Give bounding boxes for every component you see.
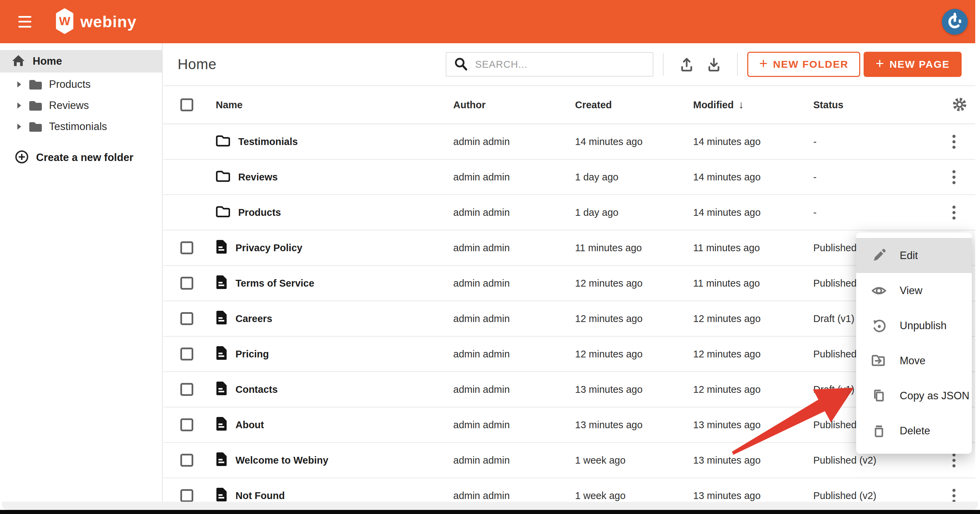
- row-created: 14 minutes ago: [575, 136, 693, 147]
- page-icon: [216, 345, 227, 363]
- folder-filled-icon: [28, 78, 43, 91]
- hamburger-menu-button[interactable]: [18, 16, 32, 27]
- column-header-created[interactable]: Created: [575, 99, 693, 111]
- menu-item-label: View: [900, 285, 923, 297]
- import-upload-button[interactable]: [676, 53, 698, 75]
- new-page-button[interactable]: + NEW PAGE: [864, 52, 962, 77]
- table-settings-button[interactable]: [950, 96, 970, 114]
- sidebar-item-home[interactable]: Home: [0, 50, 162, 73]
- row-created: 1 day ago: [575, 207, 693, 218]
- row-checkbox[interactable]: [180, 241, 193, 254]
- new-page-label: NEW PAGE: [889, 59, 950, 70]
- row-author: admin admin: [453, 313, 575, 325]
- row-name: Privacy Policy: [235, 242, 302, 254]
- power-icon: [946, 12, 964, 31]
- row-modified: 14 minutes ago: [693, 136, 813, 147]
- menu-item-unpublish[interactable]: Unpublish: [856, 308, 972, 343]
- toolbar-divider: [737, 53, 738, 76]
- table-row[interactable]: Aboutadmin admin13 minutes ago13 minutes…: [163, 407, 975, 443]
- toolbar: Home: [163, 43, 975, 86]
- table-row[interactable]: Welcome to Webinyadmin admin1 week ago13…: [163, 443, 975, 478]
- page-icon: [216, 275, 227, 292]
- row-created: 13 minutes ago: [575, 419, 693, 431]
- row-checkbox[interactable]: [180, 419, 193, 431]
- column-header-modified[interactable]: Modified↓: [693, 99, 813, 111]
- menu-item-label: Copy as JSON: [900, 390, 969, 402]
- row-context-menu: EditViewUnpublishMoveCopy as JSONDelete: [856, 232, 972, 454]
- row-author: admin admin: [453, 172, 575, 183]
- row-modified: 11 minutes ago: [693, 278, 813, 289]
- table-row[interactable]: Productsadmin admin1 day ago14 minutes a…: [163, 195, 975, 231]
- menu-item-view[interactable]: View: [856, 273, 972, 308]
- row-actions-kebab-button[interactable]: [950, 133, 958, 151]
- home-icon: [11, 54, 25, 68]
- copy-icon: [871, 388, 887, 404]
- folder-icon: [216, 205, 230, 220]
- row-name: Testimonials: [238, 136, 298, 147]
- caret-right-icon[interactable]: [16, 81, 22, 88]
- folder-tree: ProductsReviewsTestimonials: [0, 74, 162, 137]
- row-checkbox[interactable]: [180, 489, 193, 502]
- row-checkbox[interactable]: [180, 312, 193, 325]
- row-author: admin admin: [453, 384, 575, 395]
- menu-item-edit[interactable]: Edit: [856, 238, 972, 273]
- menu-item-move[interactable]: Move: [856, 343, 972, 378]
- row-name: Products: [238, 207, 281, 218]
- column-header-status[interactable]: Status: [813, 99, 950, 111]
- sidebar-folder-reviews[interactable]: Reviews: [0, 95, 162, 116]
- export-download-button[interactable]: [703, 53, 725, 75]
- column-header-author[interactable]: Author: [453, 99, 575, 111]
- row-modified: 14 minutes ago: [693, 172, 813, 183]
- svg-text:W: W: [59, 14, 70, 27]
- sidebar-folder-products[interactable]: Products: [0, 74, 162, 95]
- folder-icon: [216, 134, 230, 149]
- plus-icon: +: [875, 57, 884, 71]
- row-name: Pricing: [235, 349, 269, 360]
- row-checkbox[interactable]: [180, 277, 193, 290]
- row-author: admin admin: [453, 455, 575, 466]
- sidebar-folder-label: Reviews: [49, 99, 89, 111]
- menu-item-delete[interactable]: Delete: [856, 413, 972, 448]
- search-input[interactable]: [474, 59, 646, 70]
- table-row[interactable]: Testimonialsadmin admin14 minutes ago14 …: [163, 124, 975, 160]
- page-title: Home: [178, 56, 216, 73]
- row-modified: 13 minutes ago: [693, 490, 813, 501]
- caret-right-icon[interactable]: [16, 102, 22, 109]
- row-checkbox[interactable]: [180, 347, 193, 360]
- select-all-checkbox[interactable]: [180, 99, 193, 111]
- column-header-name[interactable]: Name: [213, 99, 453, 111]
- create-new-folder-button[interactable]: Create a new folder: [0, 147, 162, 168]
- menu-item-label: Move: [900, 355, 926, 367]
- folder-icon: [216, 170, 230, 185]
- sidebar-home-label: Home: [33, 55, 62, 67]
- row-status: -: [813, 172, 950, 183]
- user-avatar[interactable]: [942, 9, 968, 35]
- brand-wordmark: webiny: [80, 12, 137, 31]
- page-icon: [216, 416, 227, 434]
- menu-item-copy-as-json[interactable]: Copy as JSON: [856, 378, 972, 413]
- unpublish-icon: [871, 318, 887, 334]
- new-folder-button[interactable]: + NEW FOLDER: [747, 52, 860, 77]
- row-name: Contacts: [235, 384, 278, 395]
- row-checkbox[interactable]: [180, 383, 193, 396]
- row-checkbox[interactable]: [180, 454, 193, 467]
- gear-icon: [951, 96, 968, 114]
- scrollbar-track[interactable]: [975, 0, 980, 510]
- toolbar-divider: [663, 53, 663, 76]
- row-created: 13 minutes ago: [575, 384, 693, 395]
- webiny-logo[interactable]: W webiny: [56, 8, 137, 35]
- table-row[interactable]: Careersadmin admin12 minutes ago12 minut…: [163, 301, 975, 337]
- row-actions-kebab-button[interactable]: [950, 168, 958, 186]
- table-row[interactable]: Contactsadmin admin13 minutes ago12 minu…: [163, 372, 975, 407]
- row-actions-kebab-button[interactable]: [950, 204, 958, 221]
- table-row[interactable]: Reviewsadmin admin1 day ago14 minutes ag…: [163, 160, 975, 195]
- table-row[interactable]: Terms of Serviceadmin admin12 minutes ag…: [163, 266, 975, 301]
- row-modified: 11 minutes ago: [693, 242, 813, 254]
- table-row[interactable]: Privacy Policyadmin admin11 minutes ago1…: [163, 231, 975, 266]
- caret-right-icon[interactable]: [16, 123, 22, 130]
- search-box: [446, 52, 653, 76]
- table-row[interactable]: Pricingadmin admin12 minutes ago12 minut…: [163, 337, 975, 372]
- row-actions-kebab-button[interactable]: [950, 451, 958, 469]
- row-author: admin admin: [453, 419, 575, 431]
- sidebar-folder-testimonials[interactable]: Testimonials: [0, 116, 162, 137]
